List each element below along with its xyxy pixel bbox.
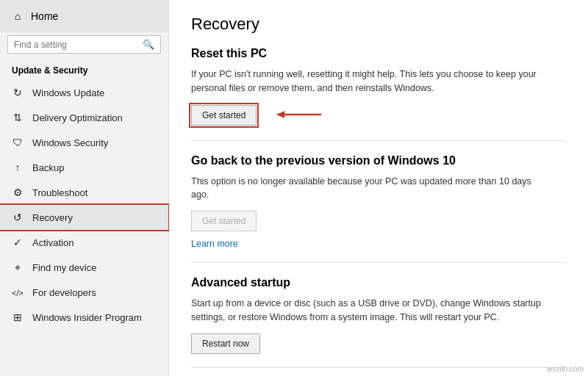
sidebar-item-delivery-optimization[interactable]: ⇅ Delivery Optimization (0, 105, 168, 130)
sidebar-item-label: Backup (32, 162, 64, 173)
home-label: Home (31, 10, 58, 22)
search-input[interactable] (14, 40, 138, 50)
shield-icon: 🛡 (12, 137, 24, 148)
advanced-startup-section: Advanced startup Start up from a device … (191, 276, 566, 354)
reset-pc-get-started-button[interactable]: Get started (191, 105, 257, 126)
sidebar-item-label: Windows Security (32, 137, 108, 148)
home-icon: ⌂ (12, 10, 24, 22)
sidebar-item-troubleshoot[interactable]: ⚙ Troubleshoot (0, 180, 168, 205)
activation-icon: ✓ (12, 236, 24, 248)
main-content: Recovery Reset this PC If your PC isn't … (169, 0, 588, 376)
reset-pc-action: Get started (191, 104, 566, 127)
svg-marker-1 (277, 111, 284, 118)
search-box: 🔍 (7, 35, 161, 54)
sidebar-home[interactable]: ⌂ Home (0, 0, 168, 32)
windows-update-icon: ↻ (12, 87, 24, 98)
sidebar-item-label: Activation (32, 237, 74, 248)
advanced-startup-desc: Start up from a device or disc (such as … (191, 297, 544, 325)
watermark: wsvdn.com (547, 365, 584, 373)
find-device-icon: ⌖ (12, 261, 24, 274)
sidebar-item-label: Windows Insider Program (32, 312, 142, 323)
sidebar-section-title: Update & Security (0, 59, 168, 80)
developer-icon: </> (12, 289, 24, 297)
delivery-icon: ⇅ (12, 112, 24, 123)
sidebar-item-windows-update[interactable]: ↻ Windows Update (0, 80, 168, 105)
reset-pc-title: Reset this PC (191, 47, 566, 60)
go-back-desc: This option is no longer available becau… (191, 175, 544, 203)
recovery-icon: ↺ (12, 212, 24, 223)
sidebar-item-label: For developers (32, 287, 96, 298)
sidebar-item-label: Find my device (32, 262, 96, 273)
backup-icon: ↑ (12, 162, 24, 173)
sidebar-item-label: Troubleshoot (32, 187, 87, 198)
sidebar-item-backup[interactable]: ↑ Backup (0, 155, 168, 180)
advanced-startup-title: Advanced startup (191, 276, 566, 289)
sidebar-item-recovery[interactable]: ↺ Recovery (0, 205, 168, 230)
go-back-section: Go back to the previous version of Windo… (191, 154, 566, 250)
reset-pc-section: Reset this PC If your PC isn't running w… (191, 47, 566, 127)
go-back-title: Go back to the previous version of Windo… (191, 154, 566, 167)
arrow-annotation (270, 104, 329, 127)
sidebar-item-label: Windows Update (32, 87, 104, 98)
divider-3 (191, 367, 566, 368)
troubleshoot-icon: ⚙ (12, 187, 24, 198)
sidebar-item-windows-security[interactable]: 🛡 Windows Security (0, 130, 168, 155)
divider-2 (191, 262, 566, 263)
sidebar-item-find-my-device[interactable]: ⌖ Find my device (0, 255, 168, 281)
search-icon: 🔍 (143, 39, 154, 50)
reset-pc-desc: If your PC isn't running well, resetting… (191, 68, 544, 95)
sidebar-item-for-developers[interactable]: </> For developers (0, 281, 168, 305)
sidebar-item-label: Delivery Optimization (32, 112, 123, 123)
sidebar: ⌂ Home 🔍 Update & Security ↻ Windows Upd… (0, 0, 169, 376)
go-back-get-started-button: Get started (191, 211, 257, 231)
sidebar-item-label: Recovery (32, 212, 73, 223)
restart-now-button[interactable]: Restart now (191, 333, 260, 354)
insider-icon: ⊞ (12, 311, 24, 323)
page-title: Recovery (191, 15, 566, 34)
learn-more-link[interactable]: Learn more (191, 239, 566, 249)
sidebar-item-activation[interactable]: ✓ Activation (0, 230, 168, 255)
divider-1 (191, 140, 566, 141)
sidebar-item-windows-insider[interactable]: ⊞ Windows Insider Program (0, 305, 168, 330)
